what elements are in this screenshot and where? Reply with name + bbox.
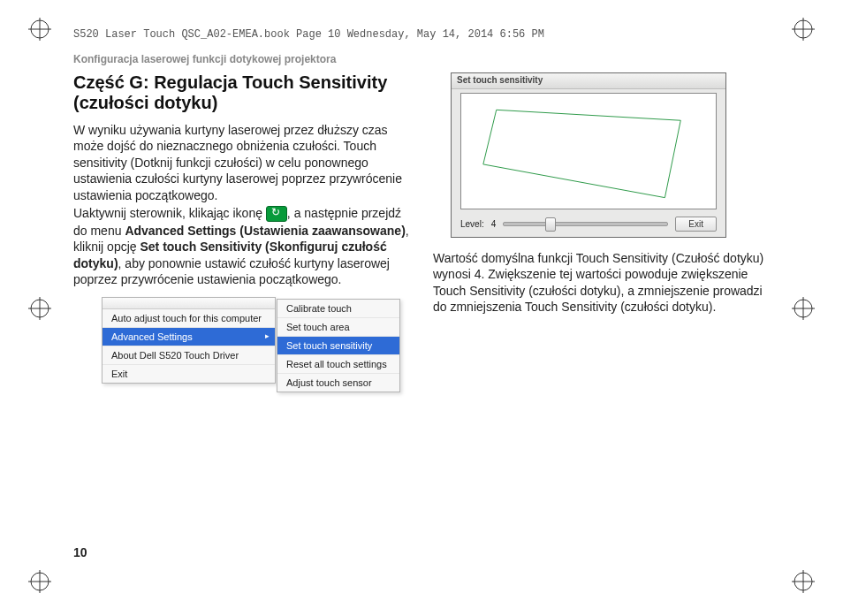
svg-marker-18	[483, 110, 680, 197]
context-menu-submenu: Calibrate touch Set touch area Set touch…	[277, 299, 400, 392]
column-left: Część G: Regulacja Touch Sensitivity (cz…	[73, 72, 410, 536]
body-text: , aby ponownie ustawić czułość kurtyny l…	[73, 256, 390, 286]
body-paragraph: W wyniku używania kurtyny laserowej prze…	[73, 122, 410, 203]
driver-tray-icon	[266, 206, 287, 222]
figure-context-menus: Auto adjust touch for this computer Adva…	[102, 297, 402, 417]
body-paragraph: Uaktywnij sterownik, klikając ikonę , a …	[73, 205, 410, 287]
menu-item-about-driver[interactable]: About Dell S520 Touch Driver	[103, 346, 275, 365]
menu-item-set-touch-sensitivity[interactable]: Set touch sensitivity	[277, 337, 399, 355]
crop-mark-icon	[28, 570, 51, 593]
crop-mark-icon	[792, 18, 815, 41]
slider-thumb-icon[interactable]	[545, 217, 556, 232]
crop-mark-icon	[28, 18, 51, 41]
body-paragraph: Wartość domyślna funkcji Touch Sensitivi…	[433, 250, 770, 316]
page-number: 10	[73, 545, 87, 559]
section-title: Część G: Regulacja Touch Sensitivity (cz…	[73, 72, 410, 113]
figure-sensitivity-window: Set touch sensitivity Level: 4 Exit	[451, 72, 726, 238]
sensitivity-slider[interactable]	[503, 222, 668, 226]
running-head: Konfiguracja laserowej funkcji dotykowej…	[73, 53, 336, 65]
menu-item-calibrate-touch[interactable]: Calibrate touch	[277, 300, 399, 318]
menu-item-adjust-touch-sensor[interactable]: Adjust touch sensor	[277, 374, 399, 392]
exit-button[interactable]: Exit	[675, 217, 717, 232]
level-value: 4	[491, 219, 497, 229]
bold-term: Advanced Settings (Ustawienia zaawansowa…	[125, 224, 405, 238]
crop-mark-icon	[28, 297, 51, 320]
window-title: Set touch sensitivity	[452, 73, 725, 89]
body-text: Uaktywnij sterownik, klikając ikonę	[73, 206, 266, 220]
menu-item-advanced-settings[interactable]: Advanced Settings	[103, 328, 275, 346]
pdf-header-line: S520 Laser Touch QSC_A02-EMEA.book Page …	[73, 28, 544, 41]
menu-item-exit[interactable]: Exit	[103, 365, 275, 383]
menu-item-reset-touch-settings[interactable]: Reset all touch settings	[277, 355, 399, 374]
crop-mark-icon	[792, 570, 815, 593]
column-right: Set touch sensitivity Level: 4 Exit Wart…	[433, 72, 770, 536]
menu-item-set-touch-area[interactable]: Set touch area	[277, 318, 399, 337]
menu-header-strip	[103, 298, 275, 309]
menu-item-auto-adjust[interactable]: Auto adjust touch for this computer	[103, 309, 275, 328]
touch-area-canvas	[460, 93, 717, 209]
context-menu-primary: Auto adjust touch for this computer Adva…	[102, 297, 276, 384]
crop-mark-icon	[792, 297, 815, 320]
level-label: Level:	[460, 219, 484, 229]
